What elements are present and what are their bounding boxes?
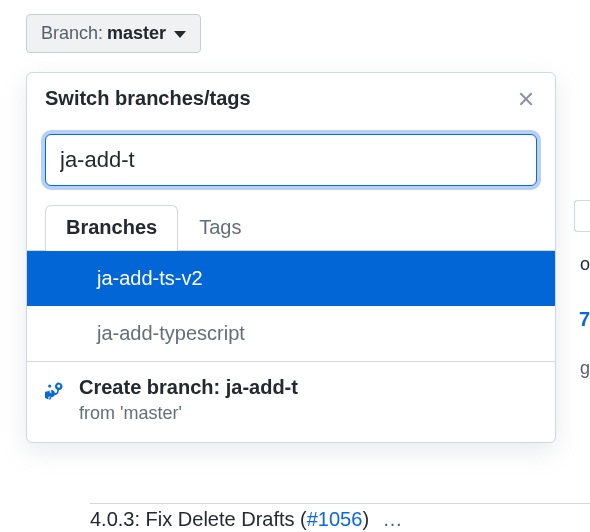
commit-row[interactable]: 4.0.3: Fix Delete Drafts (#1056) … xyxy=(90,503,590,531)
filter-input-wrap xyxy=(27,124,555,204)
popover-header: Switch branches/tags xyxy=(27,73,555,124)
branch-prefix-label: Branch: xyxy=(41,23,103,44)
commit-title-suffix: ) xyxy=(362,508,369,530)
current-branch-name: master xyxy=(107,23,166,44)
branch-filter-input[interactable] xyxy=(45,134,537,186)
tabs: Branches Tags xyxy=(27,204,555,251)
tab-tags[interactable]: Tags xyxy=(178,205,262,251)
branch-selector-button[interactable]: Branch: master xyxy=(26,14,201,53)
tab-branches[interactable]: Branches xyxy=(45,205,178,251)
close-icon[interactable] xyxy=(515,88,537,110)
ellipsis-icon[interactable]: … xyxy=(383,508,405,530)
background-text-fragment: o xyxy=(580,254,590,275)
branch-switcher-popover: Switch branches/tags Branches Tags ja-ad… xyxy=(26,72,556,443)
list-item[interactable]: ja-add-typescript xyxy=(27,306,555,361)
list-item[interactable]: ja-add-ts-v2 xyxy=(27,251,555,306)
background-link-fragment: 7 xyxy=(579,308,590,331)
create-branch-row[interactable]: Create branch: ja-add-t from 'master' xyxy=(27,361,555,442)
background-button-fragment xyxy=(574,200,590,232)
caret-down-icon xyxy=(174,31,186,38)
commit-title-prefix: 4.0.3: Fix Delete Drafts ( xyxy=(90,508,307,530)
popover-title: Switch branches/tags xyxy=(45,87,251,110)
branch-list: ja-add-ts-v2 ja-add-typescript xyxy=(27,251,555,361)
create-branch-subtitle: from 'master' xyxy=(79,403,537,424)
create-branch-title: Create branch: ja-add-t xyxy=(79,376,537,399)
pr-link[interactable]: #1056 xyxy=(307,508,363,530)
background-text-fragment: g xyxy=(580,358,590,379)
git-branch-icon xyxy=(45,380,65,404)
